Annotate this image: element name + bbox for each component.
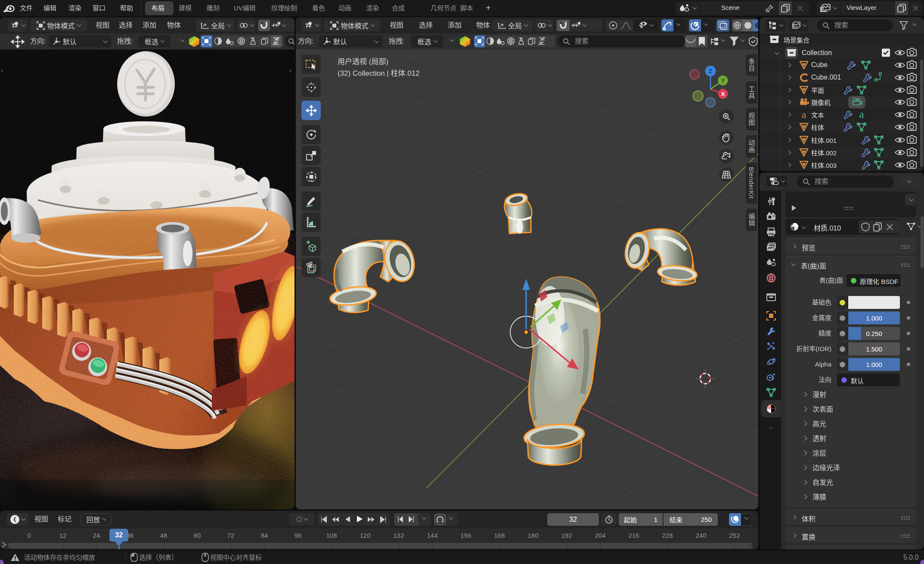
svg-text:a: a [802,110,806,119]
svg-text:Z: Z [709,68,712,74]
svg-text:Y: Y [721,77,725,84]
svg-text:a: a [859,109,864,120]
svg-text:X: X [721,91,725,97]
